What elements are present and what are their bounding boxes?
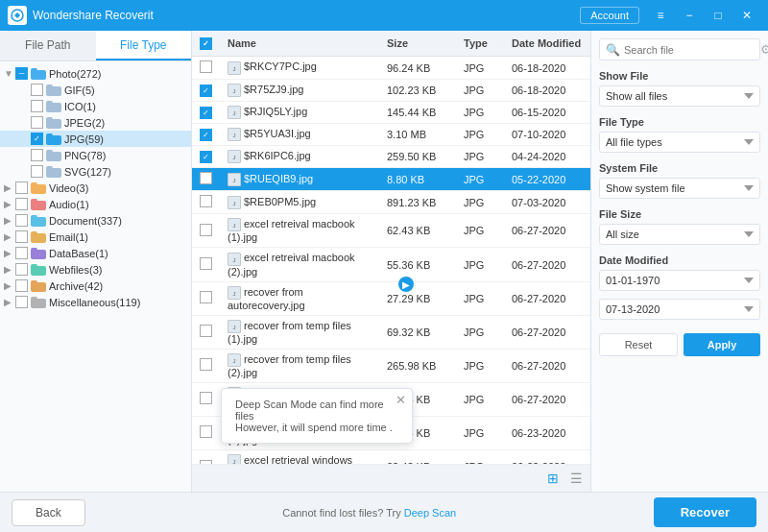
grid-view-button[interactable]: ⊞: [543, 469, 563, 488]
tree-checkbox-jpeg[interactable]: [31, 116, 43, 129]
table-row[interactable]: ✓ J$RK6IPC6.jpg 259.50 KB JPG 04-24-2020: [192, 146, 590, 168]
table-row[interactable]: ✓ J$R75ZJ9.jpg 102.23 KB JPG 06-18-2020: [192, 80, 590, 102]
tree-item-audio[interactable]: ▶ Audio(1): [0, 196, 191, 212]
tree-checkbox-misc[interactable]: [15, 296, 28, 308]
file-size-select[interactable]: All size: [599, 224, 760, 245]
tree-checkbox-archive[interactable]: [15, 279, 28, 292]
row-checkbox-cell[interactable]: [192, 281, 220, 315]
tree-item-png[interactable]: PNG(78): [0, 147, 191, 163]
file-type-icon: J: [228, 353, 241, 367]
row-checkbox-cell[interactable]: [192, 349, 220, 382]
maximize-button[interactable]: □: [705, 4, 732, 27]
tab-file-type[interactable]: File Type: [96, 31, 192, 60]
table-row[interactable]: Jrecover from autorecovery.jpg 27.29 KB …: [192, 281, 590, 315]
row-checkbox[interactable]: [200, 460, 212, 464]
tree-item-jpg[interactable]: ✓ JPG(59): [0, 131, 191, 147]
row-checkbox[interactable]: ✓: [200, 151, 212, 163]
file-type-select[interactable]: All file types: [599, 132, 760, 153]
row-checkbox[interactable]: ✓: [200, 107, 212, 119]
row-checkbox[interactable]: [200, 325, 212, 337]
row-checkbox[interactable]: [200, 257, 212, 270]
row-checkbox-cell[interactable]: [192, 450, 220, 464]
menu-button[interactable]: ≡: [647, 4, 674, 27]
show-file-select[interactable]: Show all files: [599, 85, 760, 107]
row-checkbox-cell[interactable]: [192, 214, 220, 248]
table-row[interactable]: Jexcel retreival macbook (2).jpg 55.36 K…: [192, 248, 590, 281]
row-checkbox[interactable]: [200, 291, 212, 303]
row-checkbox[interactable]: [200, 195, 212, 207]
tree-item-email[interactable]: ▶ Email(1): [0, 229, 191, 245]
row-checkbox-cell[interactable]: [192, 315, 220, 349]
tree-item-archive[interactable]: ▶ Archive(42): [0, 278, 191, 294]
tree-item-database[interactable]: ▶ DataBase(1): [0, 245, 191, 261]
list-view-button[interactable]: ☰: [566, 469, 587, 488]
close-button[interactable]: ✕: [733, 4, 760, 27]
table-row[interactable]: Jexcel retreival macbook (1).jpg 62.43 K…: [192, 214, 590, 248]
minimize-button[interactable]: −: [676, 4, 703, 27]
tree-checkbox-email[interactable]: [15, 230, 28, 243]
row-checkbox[interactable]: ✓: [200, 85, 212, 97]
tree-checkbox-ico[interactable]: [31, 100, 43, 112]
reset-button[interactable]: Reset: [599, 333, 678, 356]
tooltip-close-button[interactable]: ✕: [396, 393, 406, 407]
row-checkbox-cell[interactable]: ✓: [192, 102, 220, 124]
row-checkbox-cell[interactable]: [192, 191, 220, 214]
select-all-checkbox[interactable]: ✓: [200, 37, 212, 50]
tree-item-video[interactable]: ▶ Video(3): [0, 180, 191, 196]
row-checkbox-cell[interactable]: [192, 382, 220, 416]
tree-checkbox-svg[interactable]: [31, 165, 43, 178]
system-file-select[interactable]: Show system file: [599, 178, 760, 199]
table-row[interactable]: Jexcel retrieval windows (2).jpg 23.43 K…: [192, 450, 590, 464]
row-checkbox[interactable]: [200, 392, 212, 404]
row-checkbox-cell[interactable]: [192, 168, 220, 191]
tree-checkbox-database[interactable]: [15, 247, 28, 259]
table-row[interactable]: J$RUEQIB9.jpg 8.80 KB JPG 05-22-2020: [192, 168, 590, 191]
recover-button[interactable]: Recover: [654, 497, 756, 527]
row-checkbox[interactable]: [200, 425, 212, 438]
apply-button[interactable]: Apply: [684, 333, 760, 356]
tree-item-svg[interactable]: SVG(127): [0, 163, 191, 180]
row-checkbox[interactable]: ✓: [200, 129, 212, 141]
date-from-select[interactable]: 01-01-1970: [599, 270, 760, 291]
row-checkbox-cell[interactable]: [192, 57, 220, 80]
table-row[interactable]: ✓ J$R5YUA3I.jpg 3.10 MB JPG 07-10-2020: [192, 124, 590, 146]
tree-checkbox-audio[interactable]: [15, 198, 28, 210]
tree-item-ico[interactable]: ICO(1): [0, 98, 191, 114]
row-checkbox-cell[interactable]: ✓: [192, 146, 220, 168]
row-checkbox[interactable]: [200, 358, 212, 371]
table-row[interactable]: J$RKCY7PC.jpg 96.24 KB JPG 06-18-2020: [192, 57, 590, 80]
tree-checkbox-video[interactable]: [15, 181, 28, 194]
account-button[interactable]: Account: [580, 7, 639, 24]
date-to-select[interactable]: 07-13-2020: [599, 299, 760, 320]
tree-checkbox-jpg[interactable]: ✓: [31, 133, 43, 145]
tree-checkbox-document[interactable]: [15, 214, 28, 227]
tree-item-document[interactable]: ▶ Document(337): [0, 212, 191, 229]
tree-item-webfiles[interactable]: ▶ Webfiles(3): [0, 261, 191, 278]
row-type: JPG: [456, 57, 504, 80]
row-checkbox[interactable]: [200, 172, 212, 184]
filter-options-button[interactable]: ⚙: [760, 42, 768, 57]
tree-item-jpeg[interactable]: JPEG(2): [0, 114, 191, 131]
row-checkbox-cell[interactable]: ✓: [192, 80, 220, 102]
table-row[interactable]: Jrecover from temp files (2).jpg 265.98 …: [192, 349, 590, 382]
back-button[interactable]: Back: [12, 499, 85, 526]
table-row[interactable]: Jrecover from temp files (1).jpg 69.32 K…: [192, 315, 590, 349]
tree-item-photo[interactable]: ▼ ─ Photo(272): [0, 65, 191, 82]
tab-file-path[interactable]: File Path: [0, 31, 96, 60]
deep-scan-link[interactable]: Deep Scan: [404, 507, 456, 519]
tree-checkbox-gif[interactable]: [31, 84, 43, 96]
tree-item-misc[interactable]: ▶ Miscellaneous(119): [0, 294, 191, 310]
tree-checkbox-png[interactable]: [31, 149, 43, 161]
search-input[interactable]: [624, 44, 756, 56]
tree-checkbox-photo[interactable]: ─: [15, 67, 28, 80]
table-row[interactable]: J$REB0PM5.jpg 891.23 KB JPG 07-03-2020: [192, 191, 590, 214]
row-checkbox-cell[interactable]: [192, 248, 220, 281]
tree-label-database: DataBase(1): [49, 248, 108, 259]
table-row[interactable]: ✓ J$RJIQ5LY.jpg 145.44 KB JPG 06-15-2020: [192, 102, 590, 124]
tree-item-gif[interactable]: GIF(5): [0, 82, 191, 98]
row-checkbox[interactable]: [200, 224, 212, 236]
row-checkbox[interactable]: [200, 60, 212, 73]
row-checkbox-cell[interactable]: ✓: [192, 124, 220, 146]
tree-checkbox-webfiles[interactable]: [15, 263, 28, 276]
row-checkbox-cell[interactable]: [192, 416, 220, 449]
